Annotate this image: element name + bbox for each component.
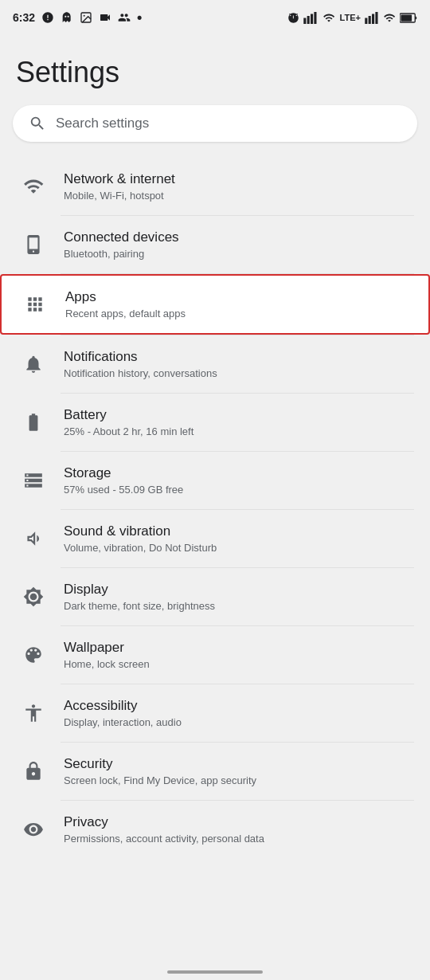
battery-subtitle: 25% - About 2 hr, 16 min left bbox=[64, 425, 414, 437]
svg-rect-9 bbox=[375, 12, 377, 24]
accessibility-icon bbox=[16, 696, 51, 731]
connected-text: Connected devices Bluetooth, pairing bbox=[64, 229, 414, 260]
notification-icon bbox=[41, 11, 54, 24]
network-text: Network & internet Mobile, Wi-Fi, hotspo… bbox=[64, 171, 414, 202]
battery-text: Battery 25% - About 2 hr, 16 min left bbox=[64, 407, 414, 437]
wallpaper-icon bbox=[16, 637, 51, 672]
accessibility-title: Accessibility bbox=[64, 698, 414, 714]
svg-rect-4 bbox=[311, 14, 313, 24]
svg-rect-5 bbox=[314, 12, 316, 24]
storage-icon bbox=[16, 463, 51, 498]
settings-item-display[interactable]: Display Dark theme, font size, brightnes… bbox=[0, 568, 430, 625]
alarm-icon bbox=[287, 12, 299, 24]
storage-subtitle: 57% used - 55.09 GB free bbox=[64, 484, 414, 496]
connected-icon bbox=[16, 227, 51, 262]
page-title-area: Settings bbox=[0, 32, 430, 105]
apps-subtitle: Recent apps, default apps bbox=[65, 308, 412, 319]
bottom-indicator bbox=[167, 970, 263, 974]
wallpaper-subtitle: Home, lock screen bbox=[64, 658, 414, 670]
storage-text: Storage 57% used - 55.09 GB free bbox=[64, 465, 414, 496]
display-subtitle: Dark theme, font size, brightness bbox=[64, 600, 414, 612]
status-left: 6:32 • bbox=[13, 10, 142, 26]
apps-title: Apps bbox=[65, 289, 412, 305]
settings-item-security[interactable]: Security Screen lock, Find My Device, ap… bbox=[0, 743, 430, 800]
page-title: Settings bbox=[16, 56, 414, 89]
signal-grid-icon bbox=[303, 12, 318, 24]
security-title: Security bbox=[64, 756, 414, 772]
settings-item-privacy[interactable]: Privacy Permissions, account activity, p… bbox=[0, 801, 430, 858]
battery-status-icon bbox=[400, 13, 417, 23]
display-icon bbox=[16, 579, 51, 614]
settings-item-wallpaper[interactable]: Wallpaper Home, lock screen bbox=[0, 626, 430, 684]
svg-rect-11 bbox=[401, 14, 412, 21]
settings-item-storage[interactable]: Storage 57% used - 55.09 GB free bbox=[0, 452, 430, 509]
network-title: Network & internet bbox=[64, 171, 414, 187]
notifications-subtitle: Notification history, conversations bbox=[64, 367, 414, 379]
sound-text: Sound & vibration Volume, vibration, Do … bbox=[64, 523, 414, 554]
dot-indicator: • bbox=[137, 10, 142, 26]
privacy-subtitle: Permissions, account activity, personal … bbox=[64, 833, 414, 845]
svg-rect-3 bbox=[307, 16, 309, 24]
security-text: Security Screen lock, Find My Device, ap… bbox=[64, 756, 414, 786]
connected-title: Connected devices bbox=[64, 229, 414, 245]
wifi-icon bbox=[322, 12, 336, 24]
notifications-text: Notifications Notification history, conv… bbox=[64, 349, 414, 379]
image-icon bbox=[80, 11, 92, 24]
privacy-text: Privacy Permissions, account activity, p… bbox=[64, 814, 414, 845]
security-subtitle: Screen lock, Find My Device, app securit… bbox=[64, 774, 414, 786]
settings-item-network[interactable]: Network & internet Mobile, Wi-Fi, hotspo… bbox=[0, 158, 430, 215]
settings-item-battery[interactable]: Battery 25% - About 2 hr, 16 min left bbox=[0, 394, 430, 451]
battery-icon bbox=[16, 405, 51, 440]
status-right: LTE+ bbox=[287, 12, 417, 24]
settings-item-apps[interactable]: Apps Recent apps, default apps bbox=[0, 274, 430, 335]
accessibility-subtitle: Display, interaction, audio bbox=[64, 716, 414, 728]
svg-rect-6 bbox=[365, 18, 367, 24]
sound-title: Sound & vibration bbox=[64, 523, 414, 539]
bottom-bar bbox=[0, 964, 430, 980]
signal-bars-icon bbox=[365, 12, 379, 24]
wallpaper-text: Wallpaper Home, lock screen bbox=[64, 640, 414, 670]
svg-rect-2 bbox=[303, 18, 306, 24]
settings-item-notifications[interactable]: Notifications Notification history, conv… bbox=[0, 335, 430, 393]
apps-text: Apps Recent apps, default apps bbox=[65, 289, 412, 319]
status-bar: 6:32 • LTE+ bbox=[0, 0, 430, 32]
security-icon bbox=[16, 754, 51, 789]
settings-list: Network & internet Mobile, Wi-Fi, hotspo… bbox=[0, 155, 430, 861]
network-subtitle: Mobile, Wi-Fi, hotspot bbox=[64, 190, 414, 202]
sound-subtitle: Volume, vibration, Do Not Disturb bbox=[64, 542, 414, 554]
search-icon bbox=[29, 115, 46, 132]
search-bar-container: Search settings bbox=[0, 105, 430, 155]
settings-item-sound[interactable]: Sound & vibration Volume, vibration, Do … bbox=[0, 510, 430, 567]
lte-icon: LTE+ bbox=[340, 13, 361, 22]
privacy-icon bbox=[16, 812, 51, 847]
wifi-icon-item bbox=[16, 169, 51, 204]
connected-subtitle: Bluetooth, pairing bbox=[64, 248, 414, 260]
display-text: Display Dark theme, font size, brightnes… bbox=[64, 582, 414, 612]
wallpaper-title: Wallpaper bbox=[64, 640, 414, 656]
wifi-bars-icon bbox=[383, 12, 396, 24]
video-icon bbox=[99, 11, 111, 24]
svg-rect-7 bbox=[369, 16, 371, 24]
search-bar[interactable]: Search settings bbox=[13, 105, 417, 142]
status-time: 6:32 bbox=[13, 11, 35, 24]
battery-title: Battery bbox=[64, 407, 414, 423]
settings-item-connected[interactable]: Connected devices Bluetooth, pairing bbox=[0, 216, 430, 273]
svg-point-1 bbox=[84, 15, 85, 17]
display-title: Display bbox=[64, 582, 414, 598]
search-placeholder: Search settings bbox=[56, 116, 401, 131]
privacy-title: Privacy bbox=[64, 814, 414, 830]
settings-item-accessibility[interactable]: Accessibility Display, interaction, audi… bbox=[0, 684, 430, 742]
notifications-title: Notifications bbox=[64, 349, 414, 365]
sound-icon bbox=[16, 521, 51, 556]
notifications-icon bbox=[16, 347, 51, 382]
team-icon bbox=[118, 11, 131, 24]
ghost-icon bbox=[61, 11, 73, 24]
accessibility-text: Accessibility Display, interaction, audi… bbox=[64, 698, 414, 728]
apps-icon bbox=[18, 287, 53, 322]
storage-title: Storage bbox=[64, 465, 414, 481]
svg-rect-8 bbox=[372, 14, 374, 24]
